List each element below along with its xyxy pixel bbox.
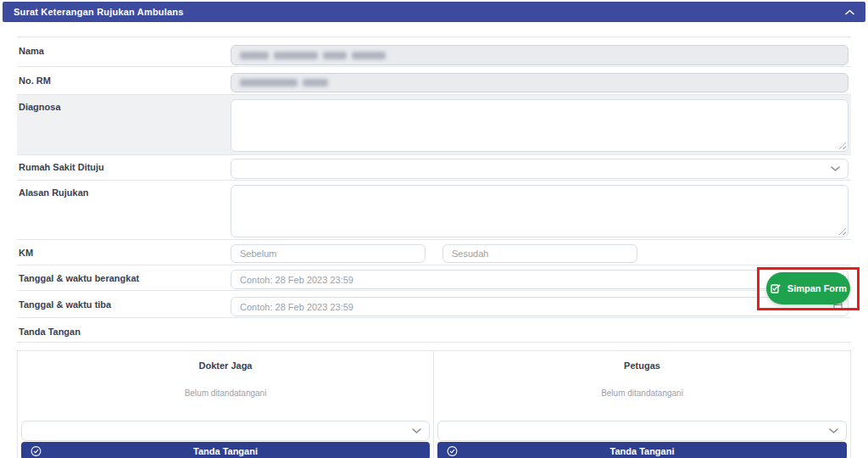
tanda-tangan-label: Tanda Tangan xyxy=(17,318,231,342)
referral-form: Nama No. RM Diagnosa Ru xyxy=(17,36,851,343)
form-pen-icon xyxy=(770,282,782,294)
diagnosa-label: Diagnosa xyxy=(17,95,231,154)
petugas-status: Belum ditandatangani xyxy=(437,388,847,398)
redacted-text xyxy=(323,52,347,59)
save-form-label: Simpan Form xyxy=(787,283,847,293)
dokter-jaga-sign-button[interactable]: Tanda Tangani xyxy=(21,442,430,458)
dokter-jaga-status: Belum ditandatangani xyxy=(21,388,430,398)
redacted-text xyxy=(303,79,328,87)
dokter-jaga-select[interactable] xyxy=(21,421,430,441)
diagnosa-textarea[interactable] xyxy=(231,99,849,152)
tiba-label: Tanggal & waktu tiba xyxy=(17,291,231,317)
form-row-diagnosa: Diagnosa xyxy=(17,95,851,155)
chevron-up-icon[interactable] xyxy=(845,9,854,15)
berangkat-datetime-input[interactable] xyxy=(231,270,849,289)
signature-cell-petugas: Petugas Belum ditandatangani Tanda Tanga… xyxy=(434,351,850,458)
form-row-alasan: Alasan Rujukan xyxy=(17,181,851,240)
redacted-text xyxy=(274,52,318,59)
form-row-tanda-tangan: Tanda Tangan xyxy=(17,318,851,343)
form-row-tiba: Tanggal & waktu tiba xyxy=(17,291,851,318)
chevron-down-icon xyxy=(831,166,840,172)
alasan-label: Alasan Rujukan xyxy=(17,181,231,239)
nama-input xyxy=(231,45,849,65)
nama-label: Nama xyxy=(17,37,231,66)
no-rm-label: No. RM xyxy=(17,67,231,94)
alasan-textarea[interactable] xyxy=(231,185,849,237)
petugas-select[interactable] xyxy=(437,421,847,441)
km-sebelum-input[interactable] xyxy=(231,244,426,263)
dokter-jaga-title: Dokter Jaga xyxy=(21,355,430,371)
redacted-text xyxy=(240,79,298,87)
rumah-sakit-label: Rumah Sakit Dituju xyxy=(17,155,231,180)
form-row-no-rm: No. RM xyxy=(17,67,851,95)
chevron-down-icon xyxy=(829,428,838,434)
form-row-berangkat: Tanggal & waktu berangkat xyxy=(17,265,851,291)
rumah-sakit-select[interactable] xyxy=(231,159,849,179)
petugas-sign-button[interactable]: Tanda Tangani xyxy=(437,442,847,458)
panel-header: Surat Keterangan Rujukan Ambulans xyxy=(3,2,865,22)
form-row-rumah-sakit: Rumah Sakit Dituju xyxy=(17,155,851,181)
chevron-down-icon xyxy=(412,428,421,434)
panel-title: Surat Keterangan Rujukan Ambulans xyxy=(14,7,184,17)
check-circle-icon xyxy=(447,445,458,456)
form-row-km: KM xyxy=(17,240,851,265)
berangkat-label: Tanggal & waktu berangkat xyxy=(17,265,231,290)
tiba-datetime-input[interactable] xyxy=(231,297,849,316)
save-form-button[interactable]: Simpan Form xyxy=(766,272,850,304)
no-rm-input xyxy=(231,73,849,92)
sign-button-label: Tanda Tangani xyxy=(610,446,675,456)
km-label: KM xyxy=(17,240,231,265)
signature-section: Dokter Jaga Belum ditandatangani Tanda T… xyxy=(17,350,851,458)
redacted-text xyxy=(240,52,269,59)
form-row-nama: Nama xyxy=(17,36,851,67)
sign-button-label: Tanda Tangani xyxy=(193,446,258,456)
redacted-text xyxy=(352,52,386,59)
petugas-title: Petugas xyxy=(437,355,847,371)
check-circle-icon xyxy=(31,445,42,456)
signature-cell-dokter-jaga: Dokter Jaga Belum ditandatangani Tanda T… xyxy=(18,351,434,458)
km-sesudah-input[interactable] xyxy=(442,244,637,263)
